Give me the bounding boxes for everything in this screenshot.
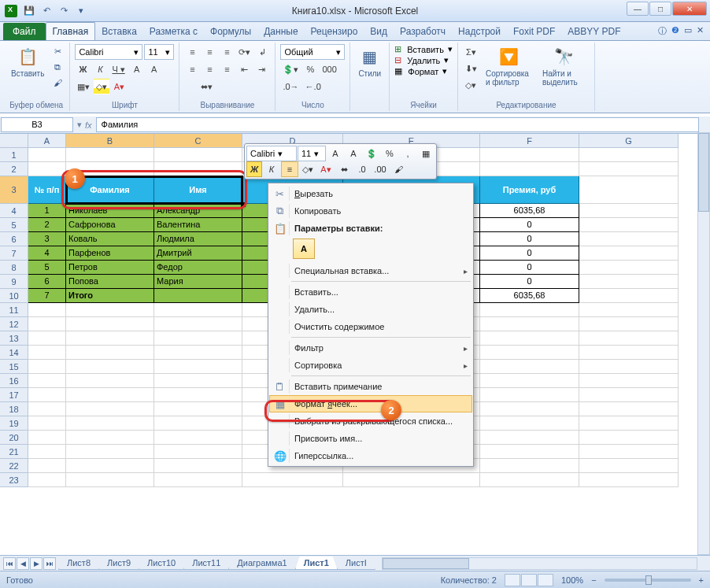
mini-merge-icon[interactable]: ⬌ [335, 161, 353, 177]
ctx-insert-comment[interactable]: 🗒Вставить примечание [269, 378, 472, 395]
table-cell[interactable]: Петров [66, 261, 154, 275]
sheet-tab[interactable]: Лист10 [139, 557, 184, 570]
table-cell[interactable]: 5 [28, 261, 66, 275]
data-header[interactable]: Имя [154, 176, 242, 204]
row-header[interactable]: 23 [0, 473, 28, 487]
sheet-nav-prev[interactable]: ◀ [17, 557, 29, 570]
mini-italic-button[interactable]: К [263, 161, 280, 177]
tab-abbyy[interactable]: ABBYY PDF [561, 23, 627, 40]
mini-shrink-font-icon[interactable]: A [345, 146, 362, 161]
table-cell[interactable]: Федор [154, 261, 242, 275]
sheet-tab[interactable]: Лист8 [58, 557, 99, 570]
mini-font-size[interactable]: 11▾ [298, 146, 326, 161]
mini-font-color-icon[interactable]: A▾ [317, 161, 335, 177]
row-header[interactable]: 10 [0, 289, 28, 303]
redo-icon[interactable]: ↷ [57, 4, 71, 18]
percent-icon[interactable]: % [302, 61, 318, 77]
table-cell[interactable]: 4 [28, 246, 66, 261]
tab-addins[interactable]: Надстрой [452, 23, 507, 40]
wrap-text-icon[interactable]: ↲ [254, 44, 270, 60]
mini-dec-decimal-icon[interactable]: .0 [353, 161, 371, 177]
zoom-slider-thumb[interactable] [645, 575, 652, 585]
table-cell[interactable]: Николаев [66, 204, 154, 218]
ribbon-opts-icon[interactable]: ▭ [684, 25, 692, 37]
col-header-a[interactable]: A [28, 134, 66, 148]
table-cell[interactable]: 7 [28, 289, 66, 303]
number-format-select[interactable]: Общий▾ [280, 44, 345, 60]
scrollbar-thumb[interactable] [698, 133, 709, 212]
table-cell[interactable]: Сафронова [66, 218, 154, 232]
sheet-tab[interactable]: Диаграмма1 [228, 557, 295, 570]
mini-percent-icon[interactable]: % [381, 146, 398, 161]
format-painter-icon[interactable]: 🖌 [50, 76, 65, 90]
orientation-icon[interactable]: ⟳▾ [236, 44, 253, 60]
row-header[interactable]: 21 [0, 445, 28, 459]
ribbon-close-icon[interactable]: ✕ [697, 25, 704, 37]
font-family-select[interactable]: Calibri▾ [75, 44, 142, 60]
align-middle-icon[interactable]: ≡ [202, 44, 217, 60]
tab-data[interactable]: Данные [257, 23, 304, 40]
table-cell[interactable]: 3 [28, 232, 66, 246]
mini-font-family[interactable]: Calibri▾ [246, 146, 297, 161]
row-header[interactable]: 3 [0, 176, 28, 204]
table-cell[interactable] [154, 289, 242, 303]
row-header[interactable]: 16 [0, 374, 28, 388]
table-cell[interactable]: 0 [480, 261, 579, 275]
row-header[interactable]: 22 [0, 459, 28, 473]
tab-insert[interactable]: Вставка [95, 23, 143, 40]
table-cell[interactable]: Александр [154, 204, 242, 218]
ctx-filter[interactable]: Фильтр [269, 339, 472, 357]
border-button[interactable]: ▦▾ [75, 79, 92, 94]
ctx-sort[interactable]: Сортировка [269, 357, 472, 374]
table-cell[interactable]: 0 [480, 275, 579, 289]
font-color-button[interactable]: A▾ [111, 79, 127, 94]
ctx-insert[interactable]: Вставить... [269, 283, 472, 301]
ctx-cut[interactable]: ✂Вырезать [269, 185, 472, 202]
tab-review[interactable]: Рецензиро [305, 23, 364, 40]
clear-icon[interactable]: ◇▾ [463, 77, 479, 93]
ctx-delete[interactable]: Удалить... [269, 301, 472, 318]
merge-button[interactable]: ⬌▾ [184, 79, 228, 94]
row-header[interactable]: 13 [0, 331, 28, 346]
sheet-nav-first[interactable]: ⏮ [3, 557, 16, 570]
table-cell[interactable]: Коваль [66, 232, 154, 246]
table-cell[interactable]: 2 [28, 218, 66, 232]
data-header[interactable]: Фамилия [66, 176, 154, 204]
sheet-tab[interactable]: Лист11 [183, 557, 229, 570]
horizontal-scrollbar[interactable] [382, 557, 697, 570]
table-cell[interactable]: 0 [480, 246, 579, 261]
align-top-icon[interactable]: ≡ [184, 44, 200, 60]
sheet-nav-last[interactable]: ⏭ [43, 557, 56, 570]
save-icon[interactable]: 💾 [22, 4, 36, 18]
table-cell[interactable]: Попова [66, 275, 154, 289]
table-cell[interactable]: Валентина [154, 218, 242, 232]
col-header-g[interactable]: G [579, 134, 679, 148]
view-page-layout-button[interactable] [521, 574, 537, 586]
decrease-decimal-icon[interactable]: ←.0 [303, 79, 324, 94]
tab-layout[interactable]: Разметка с [143, 23, 204, 40]
data-header[interactable]: № п/п [28, 176, 66, 204]
bold-button[interactable]: Ж [75, 61, 91, 77]
font-size-select[interactable]: 11▾ [144, 44, 174, 60]
autosum-icon[interactable]: Σ▾ [463, 44, 479, 60]
table-cell[interactable]: 1 [28, 204, 66, 218]
selection-fill-handle[interactable] [241, 202, 246, 207]
row-header[interactable]: 1 [0, 148, 28, 162]
mini-align-center-icon[interactable]: ≡ [281, 161, 298, 177]
row-header[interactable]: 4 [0, 204, 28, 218]
row-header[interactable]: 9 [0, 275, 28, 289]
row-header[interactable]: 7 [0, 246, 28, 261]
minimize-ribbon-icon[interactable]: ⓘ [658, 25, 667, 37]
table-cell[interactable]: 6035,68 [480, 289, 579, 303]
table-cell[interactable]: 6 [28, 275, 66, 289]
ctx-format-cells[interactable]: ▦Формат ячеек... [269, 395, 472, 412]
worksheet-grid[interactable]: A B C D E F G 1 2 3 4 5 6 7 8 9 10 11 12… [0, 134, 710, 554]
col-header-f[interactable]: F [480, 134, 579, 148]
minimize-button[interactable]: — [627, 2, 649, 16]
col-header-b[interactable]: B [66, 134, 154, 148]
paste-button[interactable]: 📋 Вставить [8, 44, 47, 80]
ctx-hyperlink[interactable]: 🌐Гиперссылка... [269, 447, 472, 464]
ctx-paste-option-1[interactable]: A [293, 239, 315, 259]
tab-file[interactable]: Файл [3, 23, 46, 40]
tab-foxit[interactable]: Foxit PDF [507, 23, 561, 40]
